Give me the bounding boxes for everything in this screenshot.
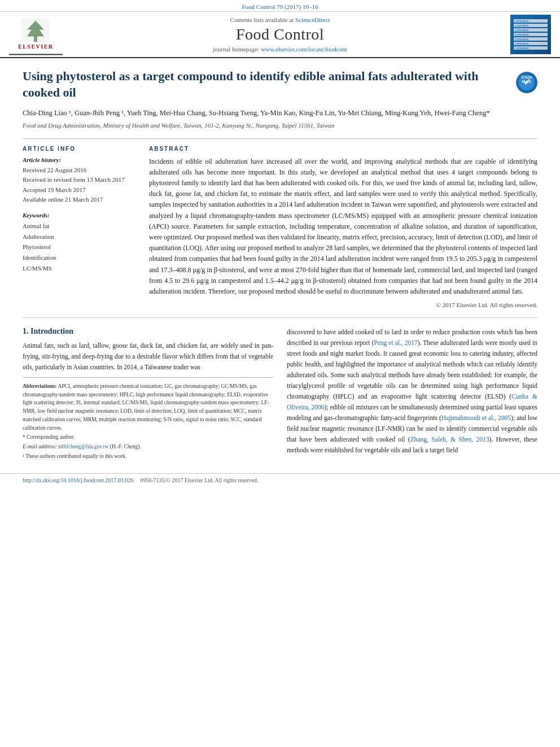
keyword-1: Animal fat	[23, 221, 135, 231]
crossmark-badge: ✓ Cross Mark	[516, 72, 537, 93]
keyword-3: Phytosterol	[23, 242, 135, 252]
copyright-notice: © 2017 Elsevier Ltd. All rights reserved…	[149, 302, 537, 308]
affiliation: Food and Drug Administration, Ministry o…	[23, 121, 537, 130]
svg-text:Cross: Cross	[521, 75, 532, 79]
corresponding-author-footnote: * Corresponding author.	[23, 433, 273, 442]
keyword-4: Identification	[23, 252, 135, 263]
journal-ref-text: Food Control 79 (2017) 10–16	[242, 3, 318, 10]
journal-cover-image: CONTROL CONTROL CONTROL CONTROL CONTROL …	[510, 15, 551, 54]
journal-center: Contents lists available at ScienceDirec…	[213, 16, 347, 53]
article-info-label: ARTICLE INFO	[23, 146, 135, 152]
article-history: Article history: Received 22 August 2016…	[23, 156, 135, 205]
journal-homepage: journal homepage: www.elsevier.com/locat…	[213, 46, 347, 53]
abstract-col: ABSTRACT Incidents of edible oil adulter…	[149, 146, 537, 308]
svg-text:Mark: Mark	[522, 80, 531, 84]
email-footnote: E-mail address: mlhfcheng@fda.gov.tw (H.…	[23, 443, 273, 451]
abbreviations-footnote: Abbreviations: APCI, atmospheric pressur…	[23, 382, 273, 432]
issn-copyright: 0956-7135/© 2017 Elsevier Ltd. All right…	[140, 477, 258, 483]
body-section: 1. Introduction Animal fats, such as lar…	[23, 327, 537, 461]
article-info-abstract-section: ARTICLE INFO Article history: Received 2…	[23, 138, 537, 308]
keyword-2: Adulteration	[23, 231, 135, 242]
crossmark-icon: ✓ Cross Mark	[516, 72, 537, 93]
email-link[interactable]: mlhfcheng@fda.gov.tw	[58, 444, 108, 449]
available-online-date: Available online 21 March 2017	[23, 195, 135, 205]
intro-left-text: Animal fats, such as lard, tallow, goose…	[23, 340, 273, 373]
peng-ref-link[interactable]: Peng et al., 2017	[374, 339, 417, 346]
journal-name: Food Control	[213, 25, 347, 43]
keywords-section: Keywords: Animal fat Adulteration Phytos…	[23, 212, 135, 273]
keywords-label: Keywords:	[23, 212, 135, 219]
intro-right-col: discovered to have added cooked oil to l…	[287, 327, 537, 461]
doi-link[interactable]: http://dx.doi.org/10.1016/j.foodcont.201…	[23, 477, 133, 483]
article-container: Using phytosterol as a target compound t…	[0, 58, 560, 473]
article-info-col: ARTICLE INFO Article history: Received 2…	[23, 146, 135, 308]
haji-ref-link[interactable]: Hajimahmoodi et al., 2005	[441, 414, 511, 421]
keyword-5: LC/MS/MS	[23, 263, 135, 274]
authors: Chia-Ding Liao ¹, Guan-Jhih Peng ¹, Yueh…	[23, 107, 537, 119]
zhang-ref-link[interactable]: Zhang, Saleh, & Shen, 2013	[410, 436, 489, 443]
accepted-date: Accepted 19 March 2017	[23, 185, 135, 195]
abstract-text: Incidents of edible oil adulteration hav…	[149, 156, 537, 297]
intro-heading: 1. Introduction	[23, 327, 273, 336]
bottom-bar: http://dx.doi.org/10.1016/j.foodcont.201…	[0, 473, 560, 487]
sciencedirect-link[interactable]: ScienceDirect	[295, 16, 330, 23]
history-title: Article history:	[23, 156, 135, 163]
intro-right-text: discovered to have added cooked oil to l…	[287, 327, 537, 456]
sciencedirect-line: Contents lists available at ScienceDirec…	[213, 16, 347, 23]
journal-reference-bar: Food Control 79 (2017) 10–16	[0, 0, 560, 12]
intro-left-col: 1. Introduction Animal fats, such as lar…	[23, 327, 273, 461]
article-title-text: Using phytosterol as a target compound t…	[23, 68, 510, 101]
footnotes-section: Abbreviations: APCI, atmospheric pressur…	[23, 377, 273, 460]
abstract-label: ABSTRACT	[149, 146, 537, 152]
elsevier-logo: ELSEVIER	[9, 14, 63, 55]
article-title-container: Using phytosterol as a target compound t…	[23, 68, 537, 101]
elsevier-tree-icon	[21, 19, 50, 42]
equal-contribution-footnote: ¹ These authors contributed equally to t…	[23, 452, 273, 461]
journal-header: ELSEVIER Contents lists available at Sci…	[0, 12, 560, 58]
elsevier-label: ELSEVIER	[18, 43, 54, 50]
cunha-ref-link[interactable]: Cunha & Oliveira, 2006	[287, 393, 537, 410]
section-divider	[23, 317, 537, 318]
revised-date: Received in revised form 13 March 2017	[23, 175, 135, 185]
journal-homepage-link[interactable]: www.elsevier.com/locate/foodcont	[261, 46, 347, 53]
received-date: Received 22 August 2016	[23, 165, 135, 176]
